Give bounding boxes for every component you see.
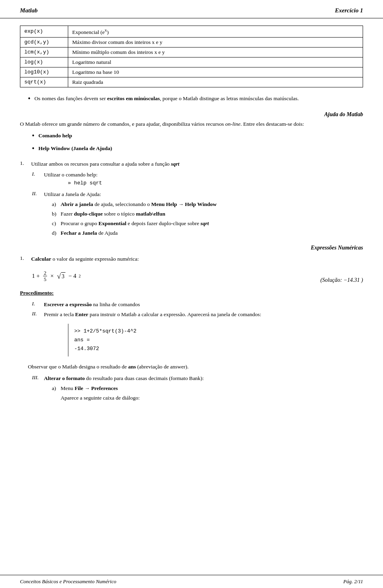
procedimento-title: Procedimento: xyxy=(20,289,363,297)
roman-list-1: I. Utilizar o comando help: » help sqrt … xyxy=(32,171,363,239)
roman-proc-content-3: Alterar o formato do resultado para duas… xyxy=(44,374,363,404)
roman-text-1: Utilizar o comando help: xyxy=(44,172,98,178)
alpha-content-c: Procurar o grupo Exponential e depois fa… xyxy=(61,220,363,228)
roman-proc-text-3: Alterar o formato do resultado para duas… xyxy=(44,375,204,381)
header-title-left: Matlab xyxy=(20,7,38,14)
table-row: log10(x)Logaritmo na base 10 xyxy=(20,67,363,77)
roman-proc-text-2: Premir a tecla Enter para instruir o Mat… xyxy=(44,311,261,317)
alpha-content-d: Fechar a Janela de Ajuda xyxy=(61,229,363,238)
alpha-item-b: b) Fazer duplo-clique sobre o tópico mat… xyxy=(52,210,363,218)
exercise-2-title: Calcular o valor da seguinte expressão n… xyxy=(31,255,363,263)
table-row: exp(x)Exponencial (ex) xyxy=(20,26,363,38)
func-desc: Mínimo múltiplo comum dos inteiros x e y xyxy=(68,47,363,57)
dois-item-2: Help Window (Janela de Ajuda) xyxy=(38,145,112,153)
exercise-1-item: 1. Utilizar ambos os recursos para consu… xyxy=(20,160,363,168)
roman-text-2: Utilizar a Janela de Ajuda: xyxy=(44,191,101,197)
alpha-item-d: d) Fechar a Janela de Ajuda xyxy=(52,229,363,238)
roman-proc-label-2: II. xyxy=(32,311,44,317)
roman-proc-2: II. Premir a tecla Enter para instruir o… xyxy=(32,311,363,361)
function-table: exp(x)Exponencial (ex)gcd(x,y)Máximo div… xyxy=(20,26,363,87)
code-line-1: >> 1+2/5*sqrt(3)-4^2 xyxy=(74,327,357,336)
header-title-right: Exercício 1 xyxy=(335,7,363,14)
sqrt-symbol: √ xyxy=(57,273,61,280)
alpha-format-appears-text: Aparece a seguinte caixa de diálogo: xyxy=(61,394,363,402)
alpha-format-content-a: Menu File → Preferences xyxy=(61,384,363,393)
func-desc: Raiz quadrada xyxy=(68,77,363,87)
alpha-label-d: d) xyxy=(52,229,61,238)
roman-proc-label-1: I. xyxy=(32,301,44,307)
alpha-item-a: a) Abrir a janela de ajuda, seleccionand… xyxy=(52,200,363,209)
code-block: >> 1+2/5*sqrt(3)-4^2 ans = -14.3072 xyxy=(68,324,363,356)
roman-label-2: II. xyxy=(32,190,44,197)
roman-proc-1: I. Escrever a expressão na linha de coma… xyxy=(32,301,363,309)
code-line-3: -14.3072 xyxy=(74,344,357,353)
roman-label-1: I. xyxy=(32,171,44,177)
roman-proc-text-1: Escrever a expressão na linha de comando… xyxy=(44,301,140,307)
bullet-text-minusculas: Os nomes das funções devem ser escritos … xyxy=(34,95,299,103)
alpha-item-c: c) Procurar o grupo Exponential e depois… xyxy=(52,220,363,228)
roman-item-2: II. Utilizar a Janela de Ajuda: a) Abrir… xyxy=(32,190,363,239)
alpha-label-a: a) xyxy=(52,200,61,209)
alpha-label-b: b) xyxy=(52,210,61,218)
page-footer: Conceitos Básicos e Processamento Numéri… xyxy=(0,575,383,588)
sqrt-3: √ 3 xyxy=(57,272,65,281)
page-header: Matlab Exercício 1 xyxy=(0,0,383,18)
page: Matlab Exercício 1 exp(x)Exponencial (ex… xyxy=(0,0,383,588)
func-desc: Logaritmo na base 10 xyxy=(68,67,363,77)
fraction-numerator: 2 xyxy=(43,270,47,277)
func-name: log10(x) xyxy=(20,67,68,77)
solution-value: (Solução: −14.31 ) xyxy=(320,277,363,283)
formula-minus: − 4 xyxy=(69,273,77,279)
dois-item-1: Comando help xyxy=(38,132,72,140)
func-desc: Exponencial (ex) xyxy=(68,26,363,38)
alpha-content-b: Fazer duplo-clique sobre o tópico matlab… xyxy=(61,210,363,218)
main-content: exp(x)Exponencial (ex)gcd(x,y)Máximo div… xyxy=(0,26,383,438)
exercise-1-section: 1. Utilizar ambos os recursos para consu… xyxy=(20,160,363,239)
alpha-content-a: Abrir a janela de ajuda, seleccionando o… xyxy=(61,200,363,209)
exercise-2-label: 1. xyxy=(20,255,31,261)
func-name: exp(x) xyxy=(20,26,68,38)
table-row: sqrt(x)Raiz quadrada xyxy=(20,77,363,87)
dois-bullet-1: • Comando help xyxy=(32,132,363,143)
fraction-2-5: 2 5 xyxy=(43,270,47,283)
section-title-ajuda: Ajuda do Matlab xyxy=(20,111,363,118)
bullet-dot-1: • xyxy=(32,132,34,141)
roman-proc-label-3: III. xyxy=(32,374,44,381)
func-name: gcd(x,y) xyxy=(20,37,68,47)
exercise-2-section: 1. Calcular o valor da seguinte expressã… xyxy=(20,255,363,263)
code-line-2: ans = xyxy=(74,336,357,344)
dois-bullet-2: • Help Window (Janela de Ajuda) xyxy=(32,145,363,156)
alpha-list-janela: a) Abrir a janela de ajuda, seleccionand… xyxy=(52,200,363,238)
sqrt-content: 3 xyxy=(61,272,65,281)
roman-list-3: III. Alterar o formato do resultado para… xyxy=(32,374,363,404)
bullet-dot: • xyxy=(28,95,30,103)
func-name: log(x) xyxy=(20,57,68,67)
section-title-expr: Expressões Numéricas xyxy=(20,245,363,251)
table-row: gcd(x,y)Máximo divisor comum dos inteiro… xyxy=(20,37,363,47)
table-row: lcm(x,y)Mínimo múltiplo comum dos inteir… xyxy=(20,47,363,57)
formula-1-plus: 1 + xyxy=(32,273,40,279)
roman-list-2: I. Escrever a expressão na linha de coma… xyxy=(32,301,363,361)
exercise-1-title: Utilizar ambos os recursos para consulta… xyxy=(31,160,363,168)
alpha-format-appears: Aparece a seguinte caixa de diálogo: xyxy=(52,394,363,402)
formula-exp-2: 2 xyxy=(79,274,81,278)
fraction-denominator: 5 xyxy=(43,276,47,283)
exercise-2-item: 1. Calcular o valor da seguinte expressã… xyxy=(20,255,363,263)
dois-bullets: • Comando help • Help Window (Janela de … xyxy=(32,132,363,156)
para-ajuda: O Matlab oferece um grande número de com… xyxy=(20,120,363,129)
roman-proc-content-2: Premir a tecla Enter para instruir o Mat… xyxy=(44,311,363,361)
help-command-text: » help sqrt xyxy=(68,179,363,187)
func-name: sqrt(x) xyxy=(20,77,68,87)
roman-content-2: Utilizar a Janela de Ajuda: a) Abrir a j… xyxy=(44,190,363,239)
alpha-list-format: a) Menu File → Preferences Aparece a seg… xyxy=(52,384,363,402)
footer-right: Pág. 2/11 xyxy=(343,578,363,585)
roman-proc-content-1: Escrever a expressão na linha de comando… xyxy=(44,301,363,309)
alpha-format-label-a: a) xyxy=(52,384,61,393)
footer-left: Conceitos Básicos e Processamento Numéri… xyxy=(20,578,116,585)
alpha-format-a: a) Menu File → Preferences xyxy=(52,384,363,393)
roman-content-1: Utilizar o comando help: » help sqrt xyxy=(44,171,363,189)
roman-item-1: I. Utilizar o comando help: » help sqrt xyxy=(32,171,363,189)
obs-para: Observar que o Matlab designa o resultad… xyxy=(28,363,363,371)
func-desc: Máximo divisor comum dos inteiros x e y xyxy=(68,37,363,47)
table-row: log(x)Logaritmo natural xyxy=(20,57,363,67)
